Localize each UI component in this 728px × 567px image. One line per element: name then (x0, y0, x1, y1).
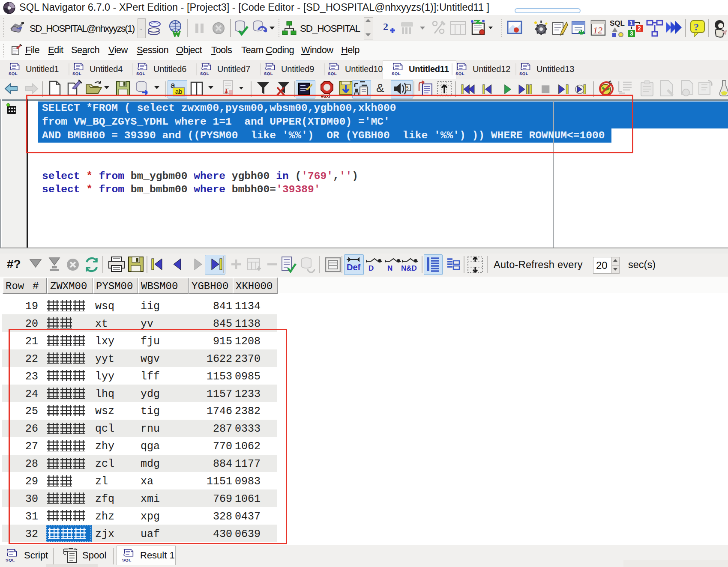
svg-text:SQL: SQL (6, 558, 15, 562)
svg-text:SQL: SQL (264, 71, 273, 75)
svg-text:SQL: SQL (455, 71, 464, 75)
svg-text:2: 2 (383, 21, 388, 32)
svg-text:3: 3 (630, 30, 633, 37)
svg-text:D: D (368, 264, 374, 272)
svg-text:?: ? (694, 21, 699, 33)
svg-text:N: N (387, 264, 392, 272)
svg-text:SQL: SQL (610, 19, 625, 27)
svg-text:SQL: SQL (328, 71, 337, 75)
svg-text:SQL: SQL (122, 558, 132, 562)
svg-text:N&D: N&D (401, 264, 417, 272)
svg-text:SQL: SQL (9, 71, 18, 75)
svg-text:12: 12 (593, 25, 602, 36)
svg-text:1: 1 (629, 20, 633, 27)
svg-text:SQL: SQL (136, 71, 145, 75)
svg-text:SQL: SQL (519, 71, 528, 75)
svg-text:2: 2 (638, 25, 641, 32)
svg-text:SQL: SQL (72, 71, 81, 75)
svg-text:5: 5 (406, 86, 409, 90)
svg-text:SQL: SQL (392, 71, 401, 75)
svg-text:SQL: SQL (200, 71, 209, 75)
